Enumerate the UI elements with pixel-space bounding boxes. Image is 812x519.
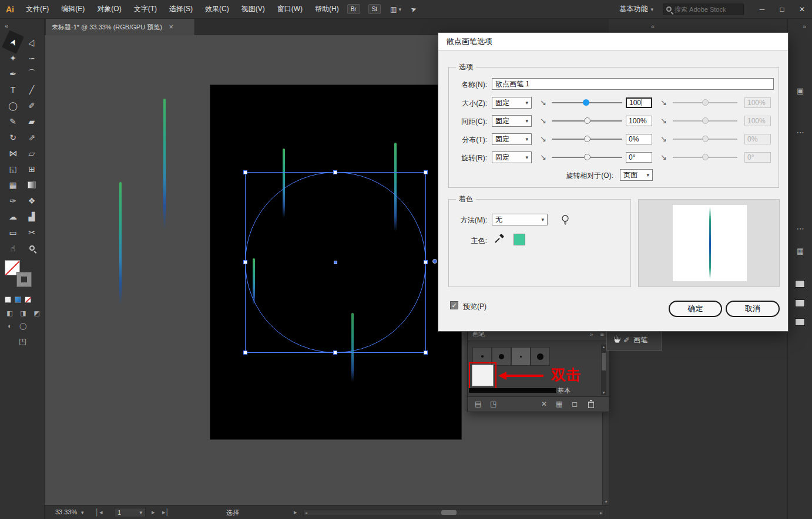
gradient-tool[interactable] bbox=[22, 177, 41, 193]
artboard-tool[interactable]: ▭ bbox=[4, 224, 22, 240]
rotation-slider[interactable] bbox=[552, 157, 622, 158]
artboard-selector[interactable]: 1 ▾ bbox=[114, 508, 146, 517]
pen-tool[interactable]: ✒ bbox=[4, 66, 22, 82]
horizontal-scroll-thumb[interactable] bbox=[441, 510, 457, 515]
paintbrush-tool[interactable]: ✐ bbox=[22, 97, 41, 113]
brush-swatch[interactable] bbox=[531, 347, 550, 366]
toolbar-collapse-icon[interactable]: « bbox=[5, 22, 8, 29]
draw-normal-icon[interactable]: ◧ bbox=[5, 309, 15, 317]
slider-thumb[interactable] bbox=[584, 117, 590, 124]
minimize-button[interactable]: ─ bbox=[752, 0, 772, 19]
brush-options-icon[interactable]: ▦ bbox=[556, 400, 562, 408]
color-icon[interactable] bbox=[5, 296, 11, 303]
horizontal-scrollbar[interactable]: ◂ ▸ bbox=[303, 509, 604, 516]
rotation-relative-dropdown[interactable]: 页面▾ bbox=[620, 169, 653, 181]
menu-window[interactable]: 窗口(W) bbox=[277, 4, 303, 14]
scatter-mode-dropdown[interactable]: 固定▾ bbox=[492, 133, 532, 145]
gradient-icon[interactable] bbox=[15, 296, 21, 303]
line-segment-tool[interactable]: ╱ bbox=[22, 82, 41, 97]
swatch-panel-icon[interactable] bbox=[795, 318, 805, 326]
brush-libraries-icon[interactable]: ▤ bbox=[475, 400, 481, 408]
basic-brush-preview[interactable] bbox=[469, 388, 556, 393]
close-button[interactable]: ✕ bbox=[792, 0, 812, 19]
selection-handle[interactable] bbox=[243, 351, 247, 355]
pencil-tool[interactable]: ✎ bbox=[4, 113, 22, 129]
stock-button[interactable]: St bbox=[368, 4, 381, 14]
none-icon[interactable] bbox=[25, 296, 31, 303]
remove-brush-stroke-icon[interactable]: ✕ bbox=[541, 400, 547, 408]
menu-type[interactable]: 文字(T) bbox=[134, 4, 157, 14]
brushes-scrollbar[interactable]: ▴ ▾ bbox=[601, 345, 606, 395]
stock-search[interactable] bbox=[663, 4, 744, 15]
scatter-value-input[interactable]: 0% bbox=[626, 134, 652, 144]
size-slider[interactable] bbox=[552, 102, 622, 103]
preview-checkbox[interactable]: ✓ bbox=[450, 301, 458, 309]
status-popout-icon[interactable]: ▸ bbox=[294, 508, 297, 516]
zoom-dropdown-icon[interactable]: ▾ bbox=[81, 510, 84, 515]
normal-screen-icon[interactable]: ◯ bbox=[18, 322, 28, 330]
scroll-down-icon[interactable]: ▾ bbox=[603, 499, 609, 504]
cancel-button[interactable]: 取消 bbox=[726, 301, 780, 317]
free-transform-tool[interactable]: ▱ bbox=[22, 145, 41, 161]
brush-name-input[interactable] bbox=[492, 78, 774, 90]
draw-inside-icon[interactable]: ◩ bbox=[32, 309, 42, 317]
curvature-tool[interactable]: ⌒ bbox=[22, 66, 41, 82]
maximize-button[interactable]: □ bbox=[772, 0, 792, 19]
symbol-sprayer-tool[interactable]: ☁ bbox=[4, 208, 22, 224]
swatch-panel-icon[interactable] bbox=[795, 299, 805, 307]
screen-mode-icon[interactable]: ◐ bbox=[5, 322, 15, 330]
spacing-mode-dropdown[interactable]: 固定▾ bbox=[492, 115, 532, 127]
width-tool[interactable]: ⋈ bbox=[4, 145, 22, 161]
draw-behind-icon[interactable]: ◨ bbox=[18, 309, 28, 317]
method-dropdown[interactable]: 无▾ bbox=[492, 214, 548, 225]
selection-handle[interactable] bbox=[424, 260, 428, 264]
arrange-documents-icon[interactable]: ▥ ▾ bbox=[390, 5, 401, 14]
expand-panels-icon[interactable]: » bbox=[803, 23, 806, 30]
selection-center-point[interactable] bbox=[334, 261, 337, 264]
slice-tool[interactable]: ✂ bbox=[22, 224, 41, 240]
slider-thumb[interactable] bbox=[583, 99, 589, 106]
eraser-tool[interactable]: ▰ bbox=[22, 113, 41, 129]
menu-effect[interactable]: 效果(C) bbox=[205, 4, 229, 14]
selection-handle[interactable] bbox=[333, 351, 337, 355]
stroke-swatch[interactable] bbox=[16, 272, 32, 287]
app-logo[interactable]: Ai bbox=[6, 5, 14, 14]
menu-object[interactable]: 对象(O) bbox=[97, 4, 121, 14]
scatter-slider[interactable] bbox=[552, 139, 622, 140]
menu-file[interactable]: 文件(F) bbox=[26, 4, 49, 14]
selection-bounding-box[interactable] bbox=[245, 172, 426, 353]
delete-brush-icon[interactable] bbox=[588, 402, 594, 408]
shape-builder-tool[interactable]: ◱ bbox=[4, 161, 22, 177]
brush-swatch[interactable] bbox=[511, 347, 531, 366]
mesh-tool[interactable]: ▦ bbox=[4, 177, 22, 193]
type-tool[interactable]: T bbox=[4, 82, 22, 97]
menu-help[interactable]: 帮助(H) bbox=[315, 4, 339, 14]
hand-tool[interactable]: ☝ bbox=[4, 240, 22, 256]
document-tab[interactable]: 未标题-1* @ 33.33% (RGB/GPU 预览) × bbox=[46, 19, 195, 35]
key-color-swatch[interactable] bbox=[514, 234, 525, 245]
spacing-value-input[interactable]: 100% bbox=[626, 116, 652, 126]
perspective-grid-tool[interactable]: ⊞ bbox=[22, 161, 41, 177]
zoom-level[interactable]: 33.33% bbox=[55, 508, 77, 515]
spacing-slider[interactable] bbox=[552, 120, 622, 122]
swatch-panel-icon[interactable] bbox=[795, 280, 805, 288]
menu-select[interactable]: 选择(S) bbox=[169, 4, 193, 14]
brushes-tab-ghost[interactable]: ✐ 画笔 bbox=[606, 329, 662, 351]
rotation-mode-dropdown[interactable]: 固定▾ bbox=[492, 151, 532, 163]
more-options-icon[interactable]: ⋯ bbox=[788, 128, 812, 137]
more-options-icon[interactable]: ⋯ bbox=[788, 224, 812, 233]
blend-tool[interactable]: ❖ bbox=[22, 193, 41, 208]
zoom-tool[interactable] bbox=[22, 240, 41, 256]
scroll-right-icon[interactable]: ▸ bbox=[600, 510, 602, 515]
slider-thumb[interactable] bbox=[584, 136, 590, 142]
share-icon[interactable]: ➤ bbox=[410, 4, 418, 14]
colorization-tips-icon[interactable] bbox=[561, 214, 570, 225]
selection-handle[interactable] bbox=[424, 170, 428, 174]
libraries-panel-icon[interactable]: ◳ bbox=[490, 400, 496, 408]
selection-handle[interactable] bbox=[243, 170, 247, 174]
transform-panel-icon[interactable]: ▣ bbox=[788, 86, 812, 95]
selection-handle[interactable] bbox=[243, 260, 247, 264]
libraries-panel-icon[interactable]: ▦ bbox=[788, 247, 812, 255]
collapse-panels-icon[interactable]: « bbox=[651, 23, 655, 30]
scale-tool[interactable]: ⇗ bbox=[22, 129, 41, 145]
